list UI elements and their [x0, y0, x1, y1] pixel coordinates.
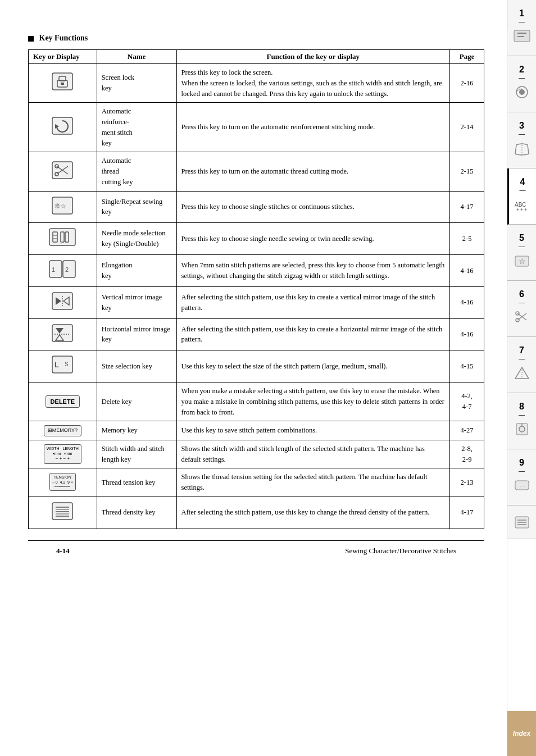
key-display-cell: ⊞MEMORY?: [29, 421, 97, 440]
footer: 4-14 Sewing Character/Decorative Stitche…: [28, 540, 484, 561]
key-name-cell: Screen lockkey: [97, 64, 176, 103]
key-display-cell: [29, 497, 97, 529]
sidebar-tab-4-active[interactable]: 4 — ABC ✦✦✦: [507, 168, 536, 225]
key-page-cell: 2-14: [450, 103, 484, 152]
right-sidebar: CONTENTS 1 — 2 —: [507, 0, 536, 756]
sidebar-tab-1[interactable]: 1 —: [507, 0, 536, 56]
key-page-cell: 4-15: [450, 350, 484, 382]
svg-text:L: L: [54, 361, 59, 369]
tension-icon: TENSION − 0 4.2 9 + ━━━━━━━: [49, 473, 76, 491]
col-header-key: Key or Display: [29, 50, 97, 64]
section-title: Key Functions: [28, 34, 484, 43]
table-row: Vertical mirror image key After selectin…: [29, 286, 484, 318]
sidebar-tab-6[interactable]: 6 —: [507, 281, 536, 337]
tab-dash-7: —: [519, 355, 525, 362]
tab-icon-3: [513, 140, 531, 159]
sidebar-tab-8[interactable]: 8 —: [507, 393, 536, 449]
key-display-cell: [29, 223, 97, 255]
key-name-cell: Size selection key: [97, 350, 176, 382]
tab-dash-2: —: [519, 74, 525, 81]
screen-lock-icon: [50, 71, 75, 92]
key-function-cell: After selecting the stitch pattern, use …: [176, 286, 450, 318]
key-function-cell: Press this key to turn on the automatic …: [176, 152, 450, 191]
svg-point-44: [519, 89, 525, 95]
key-name-cell: Single/Repeat sewing key: [97, 191, 176, 223]
col-header-name: Name: [97, 50, 176, 64]
sidebar-tab-7[interactable]: 7 —: [507, 337, 536, 393]
key-name-cell: Needle mode selection key (Single/Double…: [97, 223, 176, 255]
key-display-cell: TENSION − 0 4.2 9 + ━━━━━━━: [29, 468, 97, 497]
svg-text:☆: ☆: [519, 257, 526, 266]
key-display-cell: [29, 152, 97, 191]
tab-icon-7: [513, 365, 531, 384]
key-name-cell: Vertical mirror image key: [97, 286, 176, 318]
reinforce-icon: [50, 115, 75, 136]
key-functions-table: Key or Display Name Function of the key …: [28, 49, 484, 529]
table-row: WIDTH LENGTH ▪mm ▪mm − + − + Stitch widt…: [29, 440, 484, 468]
footer-chapter-title: Sewing Character/Decorative Stitches: [345, 546, 456, 555]
svg-text:2: 2: [65, 266, 69, 273]
sidebar-notes-tab[interactable]: [507, 505, 536, 539]
col-header-page: Page: [450, 50, 484, 64]
svg-rect-42: [517, 36, 524, 37]
key-page-cell: 2-15: [450, 152, 484, 191]
key-display-cell: [29, 64, 97, 103]
tab-num-9: 9: [519, 458, 524, 467]
key-display-cell: L S: [29, 350, 97, 382]
key-function-cell: Press this key to turn on the automatic …: [176, 103, 450, 152]
key-function-cell: Press this key to choose single needle s…: [176, 223, 450, 255]
tab-icon-8: [513, 421, 531, 440]
key-name-cell: Delete key: [97, 382, 176, 421]
tab-dash-4: —: [520, 186, 526, 193]
sidebar-tab-2[interactable]: 2 —: [507, 56, 536, 112]
key-function-cell: When 7mm satin stitch patterns are selec…: [176, 255, 450, 287]
tab-num-2: 2: [519, 65, 524, 74]
svg-text:1: 1: [52, 266, 55, 273]
key-page-cell: 4-17: [450, 497, 484, 529]
table-row: Needle mode selection key (Single/Double…: [29, 223, 484, 255]
footer-page-num: 4-14: [56, 546, 70, 555]
svg-text:❊☆: ❊☆: [54, 202, 66, 210]
table-row: Thread density key After selecting the s…: [29, 497, 484, 529]
key-page-cell: 4-17: [450, 191, 484, 223]
key-name-cell: Automaticreinforce-ment stitchkey: [97, 103, 176, 152]
tab-num-5: 5: [519, 234, 524, 243]
key-display-cell: DELETE: [29, 382, 97, 421]
table-row: ⊞MEMORY? Memory key Use this key to save…: [29, 421, 484, 440]
tab-icon-2: [513, 84, 531, 103]
table-row: Horizontal mirror image key After select…: [29, 318, 484, 350]
tab-icon-9: ⋯: [513, 477, 531, 496]
table-row: Automaticreinforce-ment stitchkey Press …: [29, 103, 484, 152]
key-page-cell: 2-5: [450, 223, 484, 255]
tab-icon-1: [513, 28, 531, 47]
sidebar-tab-3[interactable]: 3 —: [507, 112, 536, 168]
tab-dash-1: —: [519, 18, 525, 25]
sidebar-tab-9[interactable]: 9 — ⋯: [507, 449, 536, 505]
tab-num-7: 7: [519, 346, 524, 355]
key-name-cell: Stitch width and stitch length key: [97, 440, 176, 468]
key-function-cell: After selecting the stitch pattern, use …: [176, 497, 450, 529]
tab-icon-6: [513, 309, 531, 327]
key-name-cell: Automaticthreadcutting key: [97, 152, 176, 191]
needle-mode-icon: [48, 226, 76, 248]
sidebar-tab-5[interactable]: 5 — ☆: [507, 225, 536, 281]
tab-num-8: 8: [519, 402, 524, 411]
key-page-cell: 4-16: [450, 318, 484, 350]
table-row: Automaticthreadcutting key Press this ke…: [29, 152, 484, 191]
key-function-cell: Shows the thread tension setting for the…: [176, 468, 450, 497]
key-page-cell: 2-16: [450, 64, 484, 103]
key-name-cell: Horizontal mirror image key: [97, 318, 176, 350]
key-page-cell: 4-27: [450, 421, 484, 440]
key-display-cell: [29, 318, 97, 350]
key-display-cell: ❊☆: [29, 191, 97, 223]
svg-rect-3: [61, 83, 64, 85]
thread-density-icon: [50, 500, 75, 522]
svg-rect-41: [517, 33, 526, 34]
tab-dash-3: —: [519, 130, 525, 137]
tab-dash-8: —: [519, 411, 525, 418]
key-function-cell: Use this key to save stitch pattern comb…: [176, 421, 450, 440]
key-function-cell: Press this key to lock the screen.When t…: [176, 64, 450, 103]
key-function-cell: Press this key to choose single stitches…: [176, 191, 450, 223]
index-tab[interactable]: Index: [507, 711, 536, 756]
horizontal-mirror-icon: [50, 322, 75, 344]
